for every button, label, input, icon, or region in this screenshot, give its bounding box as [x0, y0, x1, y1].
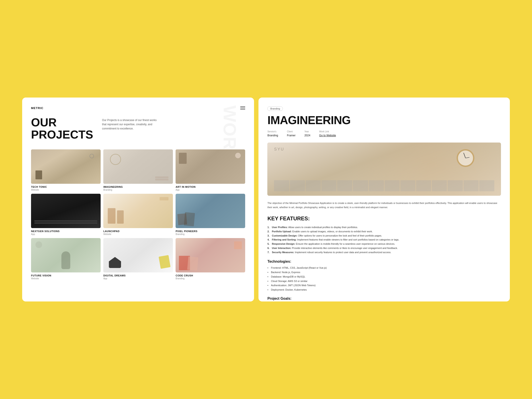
- tech-item-database: Database: MongoDB or MySQL: [267, 275, 501, 279]
- feature-item-7: Security Measures: Implement robust secu…: [267, 250, 501, 254]
- meta-row: Service's Branding Client Framer Year 20…: [267, 130, 501, 137]
- project-title-digital-dreams: DIGITAL DREAMS: [103, 274, 173, 277]
- project-item-tech-tonic[interactable]: TECH TONIC Website: [31, 149, 101, 191]
- feature-item-2: Portfolio Upload: Enable users to upload…: [267, 229, 501, 234]
- tech-item-auth: Authentication: JWT (JSON Web Tokens): [267, 283, 501, 288]
- project-item-code-crush[interactable]: CODE CRUSH Branding: [176, 238, 245, 280]
- features-list: User Profiles: Allow users to create ind…: [267, 225, 501, 254]
- technologies-list: Frontend: HTML, CSS, JavaScript (React o…: [267, 266, 501, 292]
- project-image-art-in-motion: [176, 149, 245, 184]
- project-detail-title: IMAGINEERING: [267, 114, 501, 126]
- project-item-art-in-motion[interactable]: ART IN MOTION App: [176, 149, 245, 191]
- keyboard-decoration: [274, 180, 494, 191]
- meta-service: Service's Branding: [267, 130, 278, 137]
- project-subtitle-pixel-pioneers: Branding: [176, 233, 245, 235]
- meta-year-label: Year: [304, 130, 310, 133]
- project-title-pixel-pioneers: PIXEL PIONEERS: [176, 230, 245, 233]
- project-image-pixel-pioneers: [176, 194, 245, 228]
- project-title-code-crush: CODE CRUSH: [176, 274, 245, 277]
- meta-year-value: 2024: [304, 134, 310, 137]
- project-image-imagineering: [103, 149, 173, 184]
- meta-service-value: Branding: [267, 134, 278, 137]
- page-title: OURPROJECTS: [31, 116, 93, 140]
- meta-client-value: Framer: [287, 134, 296, 137]
- project-subtitle-tech-tonic: Website: [31, 189, 101, 191]
- project-image-code-crush: [176, 238, 245, 272]
- project-item-nextgen[interactable]: NEXTGEN SOLUTIONS App: [31, 194, 101, 235]
- meta-service-label: Service's: [267, 130, 278, 133]
- project-item-pixel-pioneers[interactable]: PIXEL PIONEERS Branding: [176, 194, 245, 235]
- project-title-future-vision: FUTURE VISION: [31, 274, 101, 277]
- project-subtitle-code-crush: Branding: [176, 277, 245, 280]
- tech-item-frontend: Frontend: HTML, CSS, JavaScript (React o…: [267, 266, 501, 270]
- project-image-future-vision: [31, 238, 101, 272]
- project-hero-image: ​ ​ SYU: [267, 143, 501, 196]
- project-image-nextgen: [31, 194, 101, 228]
- project-subtitle-digital-dreams: App: [103, 277, 173, 280]
- project-subtitle-art-in-motion: App: [176, 189, 245, 191]
- project-image-launchpad: [103, 194, 173, 228]
- project-title-launchpad: LAUNCHPAD: [103, 230, 173, 233]
- meta-year: Year 2024: [304, 130, 310, 137]
- project-subtitle-nextgen: App: [31, 233, 101, 235]
- projects-grid: TECH TONIC Website IMAGINEERING Branding: [31, 149, 245, 280]
- project-description: The objective of the Minimal Portfolio S…: [267, 201, 501, 209]
- key-features-heading: KEY FEATURES:: [267, 215, 501, 222]
- go-to-website-link[interactable]: Go to Website: [319, 134, 336, 137]
- category-badge: Branding: [267, 106, 283, 111]
- project-image-digital-dreams: [103, 238, 173, 272]
- technologies-heading: Technologies:: [267, 260, 501, 264]
- project-item-imagineering[interactable]: IMAGINEERING Branding: [103, 149, 173, 191]
- meta-client: Client Framer: [287, 130, 296, 137]
- logo: METRIC: [31, 106, 44, 110]
- feature-item-5: Responsive Design: Ensure the applicatio…: [267, 242, 501, 246]
- left-panel: METRIC OURPROJECTS Our Projects is a sho…: [22, 98, 254, 301]
- project-subtitle-future-vision: Website: [31, 277, 101, 280]
- project-title-imagineering: IMAGINEERING: [103, 185, 173, 188]
- project-title-tech-tonic: TECH TONIC: [31, 185, 101, 188]
- project-title-art-in-motion: ART IN MOTION: [176, 185, 245, 188]
- meta-client-label: Client: [287, 130, 296, 133]
- meta-worklink-label: Work Link: [319, 130, 336, 133]
- project-item-digital-dreams[interactable]: DIGITAL DREAMS App: [103, 238, 173, 280]
- meta-worklink: Work Link Go to Website: [319, 130, 336, 137]
- feature-item-1: User Profiles: Allow users to create ind…: [267, 225, 501, 229]
- project-item-launchpad[interactable]: LAUNCHPAD Website: [103, 194, 173, 235]
- panels-container: METRIC OURPROJECTS Our Projects is a sho…: [22, 98, 510, 301]
- project-title-nextgen: NEXTGEN SOLUTIONS: [31, 230, 101, 233]
- hero-section: OURPROJECTS Our Projects is a showcase o…: [31, 116, 245, 140]
- project-image-tech-tonic: [31, 149, 101, 184]
- project-goals-heading: Project Goals:: [267, 297, 501, 301]
- feature-item-6: User Interaction: Provide interactive el…: [267, 246, 501, 250]
- project-subtitle-imagineering: Branding: [103, 189, 173, 191]
- feature-item-4: Filtering and Sorting: Implement feature…: [267, 238, 501, 242]
- left-header: METRIC: [31, 106, 245, 110]
- tech-item-deployment: Deployment: Docker, Kubernetes: [267, 288, 501, 292]
- project-item-future-vision[interactable]: FUTURE VISION Website: [31, 238, 101, 280]
- right-panel: Branding IMAGINEERING Service's Branding…: [259, 98, 510, 301]
- watch-decoration: ​ ​: [457, 149, 474, 167]
- tech-item-backend: Backend: Node.js, Express: [267, 270, 501, 275]
- project-subtitle-launchpad: Website: [103, 233, 173, 235]
- feature-item-3: Customizable Design: Offer options for u…: [267, 234, 501, 238]
- hero-description: Our Projects is a showcase of our finest…: [102, 116, 157, 131]
- hero-image-content: ​ ​ SYU: [267, 143, 501, 196]
- logo-text-decoration: SYU: [274, 147, 284, 152]
- tech-item-storage: Cloud Storage: AWS S3 or similar: [267, 279, 501, 284]
- menu-button[interactable]: [240, 106, 245, 109]
